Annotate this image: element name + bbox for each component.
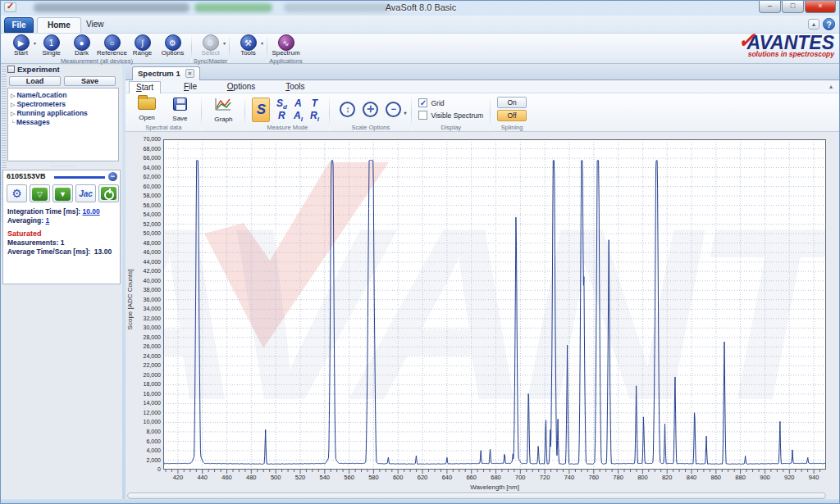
x-tick-label: 660 (459, 474, 484, 481)
maximize-button[interactable]: □ (782, 1, 804, 13)
zoom-box-icon[interactable]: ✛ (363, 102, 378, 117)
measure-mode-group: SSdATRAIRI Measure Mode (245, 93, 329, 132)
inner-tab-file[interactable]: File (177, 81, 203, 93)
range-button[interactable]: ∫Range (127, 34, 158, 59)
y-tick-label: 24,000 (126, 353, 161, 359)
x-axis-labels: 4204404604805005205405605806006206406606… (163, 474, 826, 482)
visible-spectrum-checkbox[interactable] (418, 111, 427, 120)
x-tick-label: 620 (410, 474, 435, 481)
help-icon[interactable]: ? (823, 18, 835, 30)
options-wrench-icon: ⚙ (165, 34, 181, 51)
y-tick-label: 18,000 (126, 381, 161, 387)
dropdown-caret-icon: ▾ (223, 40, 226, 46)
tools-button[interactable]: ⚒▾Tools (233, 34, 263, 59)
x-axis-title: Wavelength [nm] (163, 484, 826, 491)
spectrum-plot[interactable] (163, 139, 826, 470)
open-button[interactable]: Open (132, 95, 162, 121)
play-icon: ▶ (13, 34, 30, 51)
x-tick-label: 420 (166, 474, 190, 481)
options-button[interactable]: ⚙Options (158, 34, 188, 59)
y-tick-label: 68,000 (126, 146, 161, 152)
unzoom-dropdown-icon[interactable]: ▾ (404, 107, 406, 120)
y-tick-label: 16,000 (126, 391, 161, 397)
splining-off-button[interactable]: Off (497, 110, 527, 121)
power-icon[interactable] (98, 184, 119, 202)
splining-group: On Off Splining (491, 93, 533, 132)
x-tick-label: 820 (655, 474, 679, 481)
reference-bulb-icon: ○ (104, 34, 121, 51)
tree-item-running-applications[interactable]: ▷Running applications (11, 109, 118, 118)
start-button[interactable]: ▶▾Start (6, 34, 36, 59)
dark-bulb-icon: ● (74, 34, 90, 51)
save-spectrum-button[interactable]: Save (165, 95, 194, 122)
inner-tab-start[interactable]: Start (129, 81, 161, 93)
minimize-button[interactable]: – (759, 1, 781, 13)
measure-mode-A[interactable]: A (290, 98, 306, 110)
spectrum-button[interactable]: ∿Spectrum (271, 34, 301, 59)
x-tick-label: 760 (582, 474, 606, 481)
averaging-value[interactable]: 1 (45, 216, 49, 225)
y-tick-label: 6,000 (126, 438, 161, 444)
spectrum-toolbar: Open Save Spectral data Graph SS (126, 93, 839, 132)
integration-time-value[interactable]: 10.00 (82, 207, 99, 216)
tab-view[interactable]: View (76, 17, 114, 33)
spectrum-panel: Spectrum 1× StartFileOptionsTools ▴ Open… (126, 65, 839, 499)
tree-item-messages[interactable]: └Messages (11, 118, 118, 127)
unzoom-icon[interactable]: −▾ (386, 102, 401, 117)
scale-options-group: ↕ ✛ −▾ Scale Options (330, 93, 411, 132)
single-button[interactable]: 1Single (36, 34, 66, 59)
splining-on-button[interactable]: On (497, 97, 527, 108)
device-rule (54, 176, 105, 179)
load-button[interactable]: Load (9, 76, 61, 86)
close-tab-icon[interactable]: × (185, 69, 194, 78)
x-tick-label: 900 (753, 474, 778, 481)
measure-mode-RI[interactable]: RI (306, 110, 322, 122)
collapse-ribbon-icon[interactable]: ▴ (808, 19, 819, 30)
x-tick-label: 560 (337, 474, 362, 481)
x-tick-label: 580 (361, 474, 386, 481)
button-label: Tools (233, 49, 263, 57)
y-tick-label: 8,000 (126, 429, 161, 434)
device-collapse-icon[interactable]: − (108, 172, 117, 181)
tab-home[interactable]: Home (37, 17, 81, 33)
measure-mode-S[interactable]: S (252, 98, 270, 122)
measure-mode-Sd[interactable]: Sd (273, 98, 290, 110)
y-tick-label: 62,000 (126, 174, 161, 179)
ribbon-group-caption: Sync/Master (192, 57, 229, 65)
x-tick-label: 800 (630, 474, 655, 481)
close-button[interactable]: × (805, 1, 836, 13)
panel-splitter[interactable]: ·········· (7, 164, 119, 168)
auto-integrate-icon[interactable]: Jac (75, 184, 96, 202)
open-folder-icon (138, 98, 156, 110)
graph-icon (214, 97, 232, 111)
save-button[interactable]: Save (64, 76, 116, 86)
tree-item-spectrometers[interactable]: ▷Spectrometers (11, 100, 118, 109)
x-tick-label: 640 (435, 474, 459, 481)
graph-button[interactable]: Graph (208, 95, 238, 123)
collapse-toolbar-icon[interactable]: ▴ (829, 83, 833, 90)
tools-hammer-icon: ⚒ (240, 34, 257, 51)
dropdown-caret-icon[interactable]: ▾ (261, 40, 263, 46)
measure-mode-T[interactable]: T (306, 98, 322, 110)
zoom-vertical-icon[interactable]: ↕ (340, 102, 355, 117)
horizontal-scrollbar[interactable] (127, 493, 826, 499)
grid-checkbox[interactable]: ✓ (418, 98, 427, 107)
button-label: Single (36, 49, 66, 57)
button-label: Spectrum (271, 49, 301, 57)
tree-item-name-location[interactable]: ▷Name/Location (11, 91, 118, 100)
filter-funnel-icon[interactable]: ▼ (52, 184, 73, 202)
measure-mode-R[interactable]: R (273, 110, 290, 122)
dark-button[interactable]: ●Dark (66, 34, 97, 59)
lamp-icon[interactable]: ▽ (30, 184, 50, 202)
setup-gear-icon[interactable]: ⚙ (7, 184, 27, 202)
display-group: ✓Grid Visible Spectrum Display (412, 93, 490, 132)
button-label: Select (195, 49, 226, 57)
measure-mode-AI[interactable]: AI (290, 110, 306, 122)
tab-file[interactable]: File (4, 17, 34, 33)
tab-spectrum-1[interactable]: Spectrum 1× (132, 66, 200, 80)
x-tick-label: 700 (508, 474, 532, 481)
inner-tab-options[interactable]: Options (221, 81, 262, 93)
reference-button[interactable]: ○Reference (97, 34, 127, 59)
inner-tab-tools[interactable]: Tools (279, 81, 311, 93)
y-tick-label: 2,000 (126, 457, 161, 463)
